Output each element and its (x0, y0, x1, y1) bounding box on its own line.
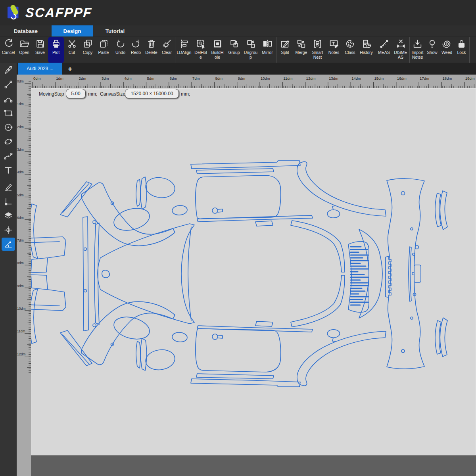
ldalign-button[interactable]: LDAlign (176, 37, 192, 63)
smartnest-button[interactable]: Smart Nest (309, 37, 326, 63)
piece-windshield-band (297, 331, 386, 386)
piece-fuel-tab (327, 330, 340, 342)
paste-label: Paste (98, 50, 109, 55)
moving-step-unit: mm; (88, 91, 97, 97)
split-button[interactable]: Split (277, 37, 293, 63)
save-button[interactable]: Save (32, 37, 48, 63)
piece-cowl-arc (188, 227, 191, 321)
piece-ellipse (111, 205, 152, 234)
design-canvas[interactable]: MovingStep 5.00 mm; CanvasSize 1520.00 ×… (31, 88, 476, 455)
clear-button[interactable]: Clear (159, 37, 175, 63)
history-icon (361, 39, 371, 50)
svg-text:6dm: 6dm (170, 76, 177, 81)
notes-button[interactable]: Notes (326, 37, 342, 63)
weed-button[interactable]: Weed (440, 37, 454, 63)
mirror-button[interactable]: Mirror (259, 37, 276, 63)
dismeas-icon (396, 39, 406, 50)
piece-bumper-blade-inner (63, 335, 89, 364)
delete-button[interactable]: Delete (144, 37, 159, 63)
svg-text:11dm: 11dm (17, 329, 25, 333)
group-button[interactable]: Group (226, 37, 242, 63)
mirror-label: Mirror (262, 50, 273, 55)
svg-text:7dm: 7dm (192, 76, 200, 81)
piece-right-blade-2 (440, 191, 447, 230)
menu-item-tutorial[interactable]: Tutorial (93, 25, 137, 36)
svg-text:4dm: 4dm (17, 170, 24, 174)
piece-bumper-center-strip (83, 217, 88, 331)
sidebar-line-tool[interactable] (2, 78, 15, 91)
dismeas-label: DISME AS (394, 50, 407, 60)
group-label: Group (228, 50, 240, 55)
moving-step-input[interactable]: 5.00 (66, 89, 86, 98)
document-tab-audi[interactable]: Audi 2023 ... (18, 63, 62, 75)
importnotes-button[interactable]: Import Notes (410, 37, 425, 63)
sidebar-pen-tool[interactable] (2, 63, 15, 77)
sidebar-arc-tool[interactable] (2, 92, 15, 105)
sidebar-crosshair-tool[interactable] (2, 223, 15, 236)
canvas-size-label: CanvasSize (100, 91, 125, 97)
copy-button[interactable]: Copy (80, 37, 96, 63)
plot-label: Plot (52, 50, 60, 55)
sidebar-rectangle-tool[interactable] (2, 106, 15, 119)
buildhole-button[interactable]: BuildH ole (209, 37, 226, 63)
moving-step-label: MovingStep (39, 91, 64, 97)
sidebar-measure-angle-tool[interactable] (2, 238, 15, 251)
sidebar-spline-tool[interactable] (2, 149, 15, 162)
undo-button[interactable]: Undo (113, 37, 128, 63)
smartnest-label: Smart Nest (312, 50, 323, 60)
piece-sill-strip-a1 (191, 161, 300, 169)
svg-text:16dm: 16dm (397, 76, 407, 81)
piece-nose-strip (94, 223, 99, 324)
show-button[interactable]: Show (425, 37, 440, 63)
ungroup-button[interactable]: Ungrou p (242, 37, 259, 63)
history-label: History (360, 50, 373, 55)
piece-hole (93, 324, 96, 327)
save-label: Save (35, 50, 45, 55)
history-button[interactable]: History (358, 37, 374, 63)
meas-button[interactable]: MEAS (376, 37, 392, 63)
app-window: SCAFPPF DatabaseDesignTutorial CancelOpe… (0, 0, 476, 476)
add-tab-button[interactable]: + (68, 65, 72, 73)
sidebar-pencil-edit-tool[interactable] (2, 180, 15, 194)
split-icon (280, 39, 290, 50)
piece-ellipse (111, 313, 152, 343)
title-bar: SCAFPPF (0, 0, 476, 25)
weed-icon (442, 39, 452, 50)
lock-button[interactable]: Lock (454, 37, 469, 63)
importnotes-label: Import Notes (412, 50, 424, 60)
redo-button[interactable]: Redo (128, 37, 144, 63)
clear-icon (162, 39, 172, 50)
sidebar-text-tool[interactable] (2, 163, 15, 177)
piece-fuel-tab (327, 206, 340, 218)
piece-bumper-blade-inner (63, 184, 89, 213)
sidebar-layers-tool[interactable] (2, 209, 15, 222)
delhole-button[interactable]: DelHol e (192, 37, 209, 63)
sidebar-corner-angle-tool[interactable] (2, 195, 15, 208)
dismeas-button[interactable]: DISME AS (392, 37, 409, 63)
svg-text:11dm: 11dm (283, 76, 292, 81)
paste-button[interactable]: Paste (96, 37, 111, 63)
toolbar-group-3: LDAlignDelHol eBuildH oleGroupUngrou pMi… (175, 37, 276, 63)
merge-button[interactable]: Merge (293, 37, 309, 63)
plot-button[interactable]: Plot (48, 37, 64, 63)
open-button[interactable]: Open (16, 37, 32, 63)
class-button[interactable]: Class (342, 37, 358, 63)
piece-bumper-blade (60, 330, 92, 366)
lock-icon (457, 39, 466, 50)
piece-sill-strip-a1 (191, 379, 300, 387)
sidebar-circle-tool[interactable] (2, 121, 15, 134)
notes-label: Notes (328, 50, 339, 55)
canvas-size-input[interactable]: 1520.00 × 15000.00 (125, 89, 179, 98)
cancel-label: Cancel (2, 50, 15, 55)
menu-item-database[interactable]: Database (0, 25, 52, 36)
horizontal-ruler: 0dm1dm2dm3dm4dm5dm6dm7dm8dm9dm10dm11dm12… (17, 75, 476, 88)
undo-label: Undo (115, 50, 125, 55)
menu-item-design[interactable]: Design (52, 25, 93, 36)
cancel-button[interactable]: Cancel (0, 37, 16, 63)
piece-mirror-leaf-1 (136, 179, 140, 206)
sidebar-ellipse-tool[interactable] (2, 135, 15, 148)
ppf-pattern-drawing (31, 88, 476, 455)
cut-button[interactable]: Cut (64, 37, 80, 63)
piece-mirror-leaf-2 (140, 338, 147, 370)
piece-ellipse (144, 348, 176, 372)
